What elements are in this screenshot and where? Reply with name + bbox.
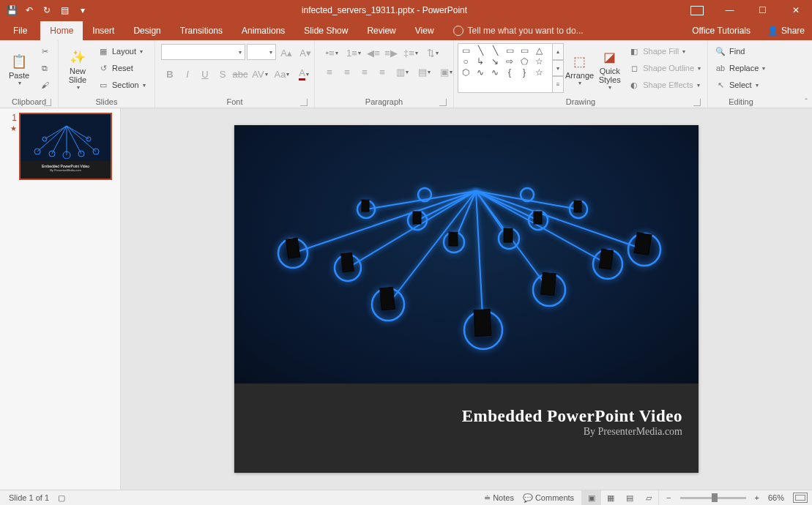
align-center-button[interactable]: ≡ [338, 63, 356, 81]
gallery-expand[interactable]: ≡ [552, 76, 564, 93]
quick-styles-button[interactable]: ◪ Quick Styles▾ [595, 43, 624, 93]
justify-button[interactable]: ≡ [373, 63, 391, 81]
zoom-slider[interactable] [680, 497, 746, 499]
gallery-scroll-down[interactable]: ▾ [552, 60, 564, 77]
align-text-button[interactable]: ▤▾ [413, 63, 435, 81]
reading-view-button[interactable]: ▤ [620, 490, 639, 506]
font-launcher[interactable] [300, 99, 308, 106]
notes-button[interactable]: ≐ Notes [480, 490, 518, 506]
increase-font-button[interactable]: A▴ [278, 44, 295, 61]
tab-review[interactable]: Review [357, 21, 405, 40]
char-spacing-button[interactable]: AV▾ [249, 65, 271, 83]
drawing-launcher[interactable] [693, 99, 701, 106]
shape-fill-button[interactable]: ◧Shape Fill▾ [625, 43, 704, 59]
tab-home[interactable]: Home [40, 21, 83, 40]
bullets-button[interactable]: •≡▾ [321, 44, 343, 61]
find-button[interactable]: 🔍Find [712, 43, 768, 59]
zoom-level[interactable]: 66% [768, 493, 784, 502]
slide-thumbnails-pane[interactable]: 1 ★ [0, 108, 121, 490]
arrange-button[interactable]: ⬚ Arrange▾ [565, 43, 594, 93]
start-from-beginning-icon[interactable]: ▤ [59, 4, 70, 16]
ribbon-options-button[interactable] [680, 0, 713, 20]
shapes-gallery[interactable]: ▭╲╲▭▭△ ○↳↘⇨⬠☆ ⬡∿∿{}☆ [458, 43, 553, 93]
columns-button[interactable]: ▥▾ [391, 63, 413, 81]
italic-button[interactable]: I [179, 65, 196, 83]
reset-button[interactable]: ↺Reset [94, 60, 149, 76]
zoom-in-button[interactable]: + [750, 490, 764, 506]
slide-canvas[interactable]: Embedded PowerPoint Video By PresenterMe… [121, 108, 812, 490]
office-tutorials-link[interactable]: Office Tutorials [682, 21, 760, 40]
align-right-button[interactable]: ≡ [356, 63, 373, 81]
zoom-out-button[interactable]: − [662, 490, 675, 506]
svg-rect-43 [341, 252, 354, 272]
slide-title-area: Embedded PowerPoint Video By PresenterMe… [234, 384, 699, 473]
shape-outline-button[interactable]: ◻Shape Outline▾ [625, 60, 704, 76]
underline-button[interactable]: U [196, 65, 214, 83]
quick-access-toolbar: 💾 ↶ ↻ ▤ ▾ [0, 4, 89, 16]
font-size-combo[interactable]: ▾ [247, 44, 276, 60]
tab-slideshow[interactable]: Slide Show [294, 21, 357, 40]
shape-effects-button[interactable]: ◐Shape Effects▾ [625, 77, 704, 93]
layout-button[interactable]: ▦Layout▾ [94, 43, 149, 59]
tab-animations[interactable]: Animations [232, 21, 294, 40]
paste-button[interactable]: 📋 Paste ▾ [4, 43, 34, 93]
ribbon: 📋 Paste ▾ ✂ ⧉ 🖌 Clipboard ✨ New Slide▾ ▦… [0, 40, 812, 108]
tab-design[interactable]: Design [124, 21, 170, 40]
tell-me-placeholder: Tell me what you want to do... [468, 26, 584, 36]
qat-dropdown-icon[interactable]: ▾ [77, 4, 89, 16]
align-left-button[interactable]: ≡ [321, 63, 338, 81]
line-spacing-button[interactable]: ‡≡▾ [400, 44, 422, 61]
decrease-indent-button[interactable]: ◀≡ [365, 44, 382, 61]
clipboard-launcher[interactable] [44, 99, 51, 106]
font-color-button[interactable]: A▾ [293, 65, 315, 83]
numbering-button[interactable]: 1≡▾ [343, 44, 365, 61]
tab-insert[interactable]: Insert [83, 21, 124, 40]
slide-title-text[interactable]: Embedded PowerPoint Video [234, 407, 682, 426]
tell-me-search[interactable]: Tell me what you want to do... [444, 21, 593, 40]
tab-view[interactable]: View [406, 21, 444, 40]
fit-to-window-button[interactable] [793, 493, 808, 503]
change-case-button[interactable]: Aa▾ [271, 65, 293, 83]
slide-subtitle-text[interactable]: By PresenterMedia.com [234, 426, 682, 438]
tab-transitions[interactable]: Transitions [171, 21, 232, 40]
gallery-scroll-up[interactable]: ▴ [552, 43, 564, 60]
slide[interactable]: Embedded PowerPoint Video By PresenterMe… [234, 125, 699, 473]
copy-button[interactable]: ⧉ [36, 60, 53, 76]
shadow-button[interactable]: S [214, 65, 231, 83]
minimize-button[interactable]: — [713, 0, 746, 20]
slide-count[interactable]: Slide 1 of 1 [4, 490, 53, 506]
text-direction-button[interactable]: ⇅▾ [422, 44, 444, 61]
undo-icon[interactable]: ↶ [23, 4, 35, 16]
cut-button[interactable]: ✂ [36, 43, 53, 59]
share-button[interactable]: 👤 Share [760, 26, 812, 36]
close-button[interactable]: ✕ [779, 0, 812, 20]
new-slide-button[interactable]: ✨ New Slide▾ [62, 43, 93, 93]
sorter-view-button[interactable]: ▦ [601, 490, 620, 506]
comments-button[interactable]: 💬 Comments [518, 490, 578, 506]
increase-indent-button[interactable]: ≡▶ [382, 44, 400, 61]
slide-thumbnail-1[interactable]: Embedded PowerPoint Video By PresenterMe… [19, 113, 112, 180]
strikethrough-button[interactable]: abc [231, 65, 249, 83]
format-painter-button[interactable]: 🖌 [36, 77, 53, 93]
bold-button[interactable]: B [161, 65, 179, 83]
comments-label: Comments [535, 493, 574, 502]
paragraph-launcher[interactable] [439, 99, 447, 106]
select-button[interactable]: ↖Select▾ [712, 77, 768, 93]
redo-icon[interactable]: ↻ [41, 4, 53, 16]
section-button[interactable]: ▭Section▾ [94, 77, 149, 93]
drawing-label: Drawing [566, 97, 595, 106]
normal-view-button[interactable]: ▣ [582, 490, 601, 506]
tab-file[interactable]: File [0, 21, 40, 40]
slideshow-view-button[interactable]: ▱ [639, 490, 658, 506]
replace-button[interactable]: abReplace▾ [712, 60, 768, 76]
animation-indicator-icon[interactable]: ★ [10, 124, 17, 132]
group-slides: ✨ New Slide▾ ▦Layout▾ ↺Reset ▭Section▾ S… [59, 40, 155, 108]
maximize-button[interactable]: ☐ [746, 0, 779, 20]
spellcheck-button[interactable]: ▢ [53, 490, 70, 506]
save-icon[interactable]: 💾 [6, 4, 18, 16]
font-name-combo[interactable]: ▾ [161, 44, 245, 60]
decrease-font-button[interactable]: A▾ [297, 44, 314, 61]
share-label: Share [781, 26, 805, 36]
collapse-ribbon-button[interactable]: ˆ [805, 97, 808, 106]
reset-icon: ↺ [97, 62, 109, 74]
